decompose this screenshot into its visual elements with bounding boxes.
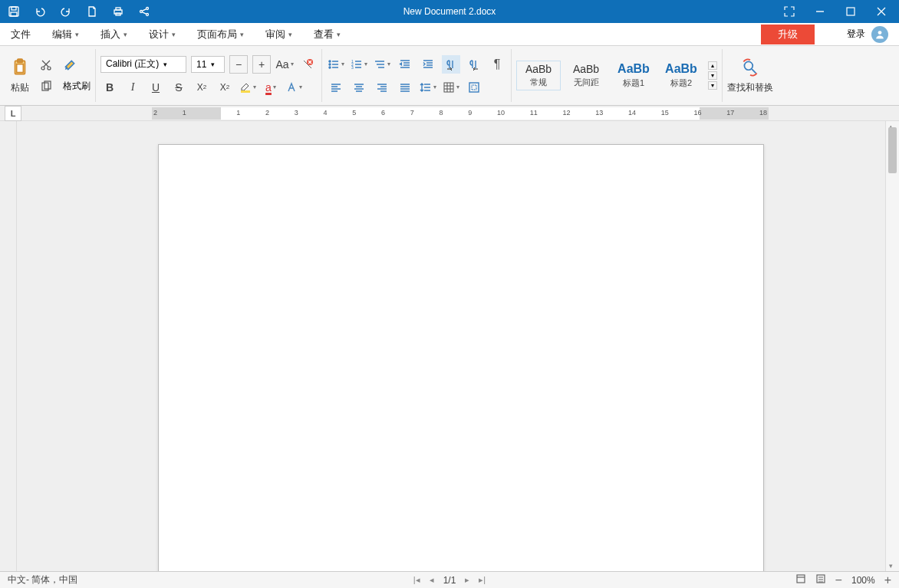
style-normal-label: 常规 [530,77,547,88]
minimize-icon[interactable] [815,6,825,17]
menu-view[interactable]: 查看▾ [314,28,341,41]
format-painter-button[interactable] [63,58,77,72]
menu-edit[interactable]: 编辑▾ [52,28,79,41]
italic-icon[interactable]: I [123,78,142,97]
text-effects-icon[interactable]: ▾ [285,78,303,97]
strikethrough-icon[interactable]: S [170,78,188,97]
menu-insert[interactable]: 插入▾ [100,28,127,41]
rtl-direction-icon[interactable] [465,55,483,74]
document-viewport [17,121,885,571]
align-center-icon[interactable] [350,78,368,97]
font-color-icon[interactable]: a▾ [262,78,280,97]
change-case-icon[interactable]: Aa▾ [275,55,294,74]
style-gallery-expand-icon[interactable]: ▾ [708,81,717,90]
redo-icon[interactable] [60,5,72,18]
style-heading2[interactable]: AaBb 标题2 [659,60,703,91]
undo-icon[interactable] [34,5,46,18]
chevron-down-icon: ▾ [123,31,127,38]
paragraph-mark-icon[interactable]: ¶ [488,55,506,74]
svg-text:2: 2 [351,62,354,67]
scroll-down-icon[interactable]: ▾ [889,562,893,570]
style-heading1[interactable]: AaBb 标题1 [611,60,656,91]
horizontal-ruler-row: L 21123456789101112131415161718 [0,106,899,121]
align-right-icon[interactable] [373,78,391,97]
number-list-icon[interactable]: 123▾ [350,55,368,74]
next-page-icon[interactable]: ▸ [465,575,469,585]
increase-font-icon[interactable]: + [252,55,271,74]
zoom-level[interactable]: 100% [851,575,875,586]
avatar-icon[interactable] [871,26,888,43]
line-spacing-icon[interactable]: ▾ [419,78,437,97]
multilevel-list-icon[interactable]: ▾ [373,55,391,74]
ruler-tick: 9 [468,109,472,117]
window-controls [784,6,899,17]
zoom-in-icon[interactable]: + [884,573,891,587]
fullscreen-icon[interactable] [784,6,795,17]
language-status[interactable]: 中文- 简体，中国 [8,573,77,586]
increase-indent-icon[interactable] [419,55,437,74]
subscript-icon[interactable]: X2 [193,78,211,97]
ruler-tick: 13 [595,109,603,117]
style-normal[interactable]: AaBb 常规 [516,61,561,90]
decrease-indent-icon[interactable] [396,55,414,74]
ruler-tick: 15 [661,109,669,117]
shading-icon[interactable]: ▾ [442,78,460,97]
svg-rect-3 [114,10,122,14]
horizontal-ruler[interactable]: 21123456789101112131415161718 [152,107,769,120]
menu-file[interactable]: 文件 [11,28,31,41]
chevron-down-icon: ▾ [337,31,341,38]
vertical-scrollbar[interactable]: ▴ ▾ [885,121,899,571]
outline-view-icon[interactable] [815,573,826,586]
underline-icon[interactable]: U [147,78,165,97]
menu-review[interactable]: 审阅▾ [265,28,292,41]
print-icon[interactable] [112,5,124,18]
brush-icon [63,58,77,72]
vertical-ruler[interactable] [0,121,17,571]
copy-icon[interactable] [37,77,55,96]
cut-icon[interactable] [37,56,55,74]
scrollbar-thumb[interactable] [888,127,897,173]
upgrade-button[interactable]: 升级 [761,25,815,44]
tab-stop-selector[interactable]: L [5,106,21,121]
ribbon: 粘贴 格式刷 Calibri (正文)▾ 11▾ − + Aa▾ B [0,46,899,106]
highlight-color-icon[interactable]: ▾ [239,78,257,97]
save-icon[interactable] [8,5,20,18]
superscript-icon[interactable]: X2 [216,78,234,97]
login-label[interactable]: 登录 [847,28,865,41]
new-doc-icon[interactable] [86,5,98,18]
style-heading1-preview: AaBb [617,62,650,76]
chevron-down-icon: ▾ [75,31,79,38]
quick-access-toolbar [8,5,150,18]
svg-rect-29 [797,575,805,583]
menu-design[interactable]: 设计▾ [149,28,176,41]
bold-icon[interactable]: B [100,78,119,97]
ltr-direction-icon[interactable] [442,55,460,74]
clear-format-icon[interactable] [298,55,317,74]
print-layout-view-icon[interactable] [795,573,806,586]
document-page[interactable] [158,144,764,571]
close-icon[interactable] [876,6,887,17]
prev-page-icon[interactable]: ◂ [430,575,434,585]
decrease-font-icon[interactable]: − [229,55,248,74]
style-scroll-up-icon[interactable]: ▴ [708,61,717,70]
maximize-icon[interactable] [845,6,856,17]
align-justify-icon[interactable] [396,78,414,97]
ruler-tick: 3 [295,109,298,117]
first-page-icon[interactable]: |◂ [413,575,420,585]
align-left-icon[interactable] [327,78,345,97]
font-size-combo[interactable]: 11▾ [191,56,225,73]
style-scroll-down-icon[interactable]: ▾ [708,71,717,80]
zoom-out-icon[interactable]: − [835,573,842,587]
group-editing: 查找和替换 [723,49,778,102]
style-no-spacing[interactable]: AaBb 无间距 [564,61,608,90]
borders-icon[interactable] [465,78,483,97]
share-icon[interactable] [138,5,150,18]
last-page-icon[interactable]: ▸| [479,575,486,585]
find-replace-button[interactable]: 查找和替换 [727,57,773,94]
bullet-list-icon[interactable]: ▾ [327,55,345,74]
paste-button[interactable]: 粘贴 [9,57,31,94]
style-heading1-label: 标题1 [623,77,644,89]
font-name-combo[interactable]: Calibri (正文)▾ [100,56,186,73]
svg-rect-5 [116,13,120,15]
menu-layout[interactable]: 页面布局▾ [197,28,244,41]
